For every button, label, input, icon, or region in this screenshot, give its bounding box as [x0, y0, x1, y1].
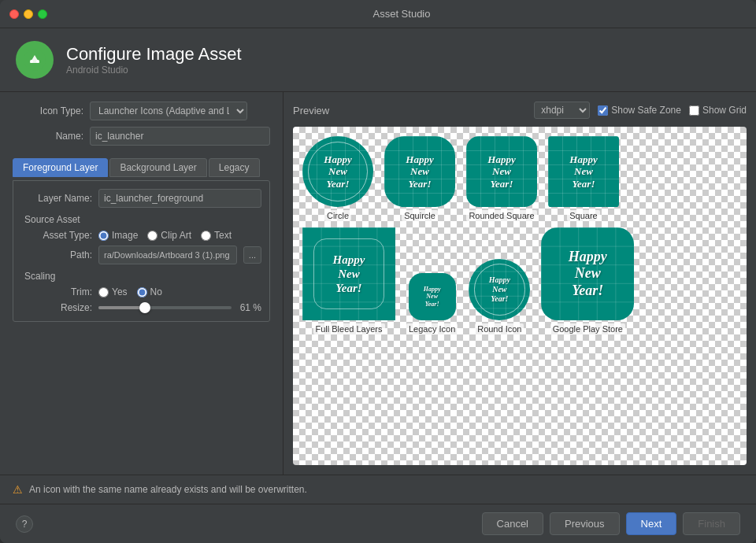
asset-type-label: Asset Type: [21, 230, 92, 241]
name-label: Name: [13, 131, 83, 142]
help-button[interactable]: ? [16, 515, 33, 533]
icon-round: HappyNewYear! [469, 259, 530, 320]
preview-item-full-bleed: HappyNewYear! Full Bleed Layers [302, 227, 395, 334]
preview-item-square: HappyNewYear! Square [548, 136, 619, 221]
happy-text-round: HappyNewYear! [489, 275, 510, 304]
preview-row-2: HappyNewYear! Full Bleed Layers HappyNew… [302, 227, 737, 334]
path-label: Path: [21, 249, 92, 260]
source-asset-label: Source Asset [24, 214, 80, 225]
happy-text-circle: HappyNewYear! [324, 153, 351, 190]
show-safe-zone-checkbox[interactable] [598, 105, 608, 116]
right-panel: Preview ldpi mdpi hdpi xhdpi xxhdpi xxxh… [284, 92, 756, 475]
trim-no[interactable]: No [137, 286, 162, 297]
happy-text-square: HappyNewYear! [569, 153, 597, 190]
path-row: Path: ... [21, 246, 261, 264]
resize-slider-container: 61 % [98, 302, 261, 313]
tab-foreground-layer[interactable]: Foreground Layer [13, 158, 108, 177]
scaling-section: Scaling [24, 271, 261, 282]
asset-type-radio-group: Image Clip Art Text [98, 230, 232, 241]
preview-controls: ldpi mdpi hdpi xhdpi xxhdpi xxxhdpi Show… [534, 102, 747, 119]
trim-radio-group: Yes No [98, 286, 162, 297]
preview-item-squircle: HappyNewYear! Squircle [384, 136, 455, 221]
tab-legacy[interactable]: Legacy [209, 158, 260, 177]
dialog-header: Configure Image Asset Android Studio [0, 28, 756, 92]
tab-background-layer[interactable]: Background Layer [109, 158, 206, 177]
android-studio-icon [22, 47, 47, 72]
status-text: An icon with the same name already exist… [29, 484, 307, 495]
cancel-button[interactable]: Cancel [482, 512, 543, 535]
show-safe-zone-option[interactable]: Show Safe Zone [598, 105, 681, 116]
icon-type-select[interactable]: Launcher Icons (Adaptive and Legacy) [90, 102, 247, 120]
squircle-label: Squircle [402, 210, 438, 221]
minimize-button[interactable] [24, 9, 33, 19]
preview-item-google-play: HappyNewYear! Google Play Store [541, 227, 634, 334]
layer-name-label: Layer Name: [21, 193, 92, 204]
resize-slider-fill [98, 306, 145, 309]
show-grid-checkbox[interactable] [689, 105, 699, 116]
status-bar: ⚠ An icon with the same name already exi… [0, 475, 756, 504]
happy-text-rounded-sq: HappyNewYear! [487, 153, 515, 190]
square-label: Square [567, 210, 599, 221]
tab-panel-foreground: Layer Name: Source Asset Asset Type: [13, 180, 270, 322]
header-text: Configure Image Asset Android Studio [66, 44, 242, 76]
resize-row: Resize: 61 % [21, 302, 261, 313]
close-button[interactable] [9, 9, 19, 19]
preview-item-rounded-square: HappyNewYear! Rounded Square [466, 136, 537, 221]
trim-yes[interactable]: Yes [98, 286, 128, 297]
preview-header: Preview ldpi mdpi hdpi xhdpi xxhdpi xxxh… [293, 102, 747, 119]
layer-name-row: Layer Name: [21, 189, 261, 208]
svg-point-2 [36, 60, 39, 63]
browse-button[interactable]: ... [243, 246, 261, 264]
dpi-select[interactable]: ldpi mdpi hdpi xhdpi xxhdpi xxxhdpi [534, 102, 590, 119]
resize-label: Resize: [21, 302, 92, 313]
icon-circle: HappyNewYear! [302, 136, 373, 207]
happy-text-squircle: HappyNewYear! [406, 153, 433, 190]
icon-type-row: Icon Type: Launcher Icons (Adaptive and … [13, 102, 270, 120]
resize-value: 61 % [238, 302, 261, 313]
next-button[interactable]: Next [626, 512, 677, 535]
icon-squircle: HappyNewYear! [384, 136, 455, 207]
footer-left: ? [16, 515, 33, 533]
scaling-label: Scaling [24, 271, 55, 282]
window-title: Asset Studio [57, 8, 747, 20]
resize-slider-thumb[interactable] [139, 302, 150, 313]
google-play-label: Google Play Store [550, 323, 625, 334]
happy-text-legacy: HappyNewYear! [424, 286, 441, 308]
titlebar: Asset Studio [0, 0, 756, 28]
maximize-button[interactable] [38, 9, 47, 19]
source-asset-section: Source Asset [24, 214, 261, 225]
asset-type-text[interactable]: Text [201, 230, 232, 241]
icon-legacy: HappyNewYear! [409, 273, 456, 320]
happy-text-full-bleed: HappyNewYear! [333, 253, 365, 295]
asset-type-clip-art[interactable]: Clip Art [147, 230, 191, 241]
preview-item-circle: HappyNewYear! Circle [302, 136, 373, 221]
full-bleed-label: Full Bleed Layers [313, 323, 385, 334]
footer-right: Cancel Previous Next Finish [482, 512, 740, 535]
rounded-square-label: Rounded Square [466, 210, 536, 221]
path-input[interactable] [98, 246, 237, 264]
warning-icon: ⚠ [13, 483, 23, 496]
circle-label: Circle [324, 210, 351, 221]
icon-type-label: Icon Type: [13, 105, 83, 116]
layer-name-input[interactable] [98, 189, 261, 208]
name-row: Name: [13, 127, 270, 146]
asset-type-image[interactable]: Image [98, 230, 138, 241]
resize-slider-track [98, 306, 232, 309]
preview-label: Preview [293, 105, 329, 116]
preview-row-1: HappyNewYear! Circle HappyNewYear! [302, 136, 737, 221]
traffic-lights [9, 9, 47, 19]
round-label: Round Icon [475, 323, 524, 334]
icon-rounded-square: HappyNewYear! [466, 136, 537, 207]
previous-button[interactable]: Previous [550, 512, 620, 535]
show-grid-option[interactable]: Show Grid [689, 105, 747, 116]
main-window: Asset Studio Configure Image Asset Andro… [0, 0, 756, 543]
preview-item-round: HappyNewYear! Round Icon [469, 259, 530, 334]
finish-button: Finish [683, 512, 740, 535]
svg-point-1 [30, 60, 33, 63]
dialog-title: Configure Image Asset [66, 44, 242, 65]
preview-item-legacy: HappyNewYear! Legacy Icon [406, 273, 458, 334]
icon-google-play: HappyNewYear! [541, 227, 634, 320]
name-input[interactable] [90, 127, 270, 146]
icon-full-bleed: HappyNewYear! [302, 227, 395, 320]
left-panel: Icon Type: Launcher Icons (Adaptive and … [0, 92, 284, 475]
